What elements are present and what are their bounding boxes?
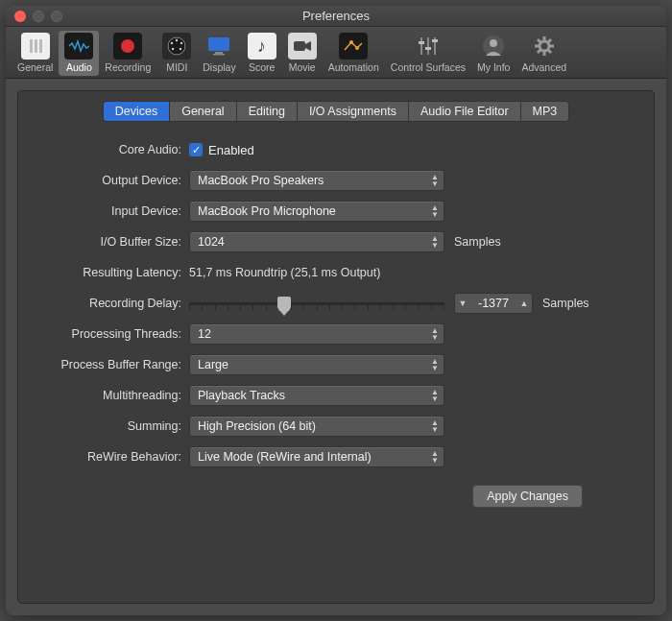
- svg-marker-15: [305, 41, 311, 51]
- svg-line-31: [538, 39, 540, 42]
- preferences-toolbar: General Audio Recording MIDI Display: [6, 27, 666, 79]
- select-value: High Precision (64 bit): [198, 419, 316, 433]
- tab-mp3[interactable]: MP3: [520, 101, 570, 122]
- select-value: MacBook Pro Speakers: [198, 174, 324, 187]
- subtabs: Devices General Editing I/O Assignments …: [32, 101, 640, 122]
- toolbar-control-surfaces[interactable]: Control Surfaces: [385, 31, 471, 76]
- processing-threads-label: Processing Threads:: [32, 327, 189, 341]
- tab-audio-file-editor[interactable]: Audio File Editor: [408, 101, 520, 122]
- toolbar-score[interactable]: ♪ Score: [242, 31, 282, 76]
- tab-general[interactable]: General: [169, 101, 235, 122]
- devices-panel: Devices General Editing I/O Assignments …: [17, 90, 655, 604]
- toolbar-my-info[interactable]: My Info: [471, 31, 516, 76]
- input-device-select[interactable]: MacBook Pro Microphone ▲▼: [189, 201, 444, 222]
- recording-delay-stepper[interactable]: ▼ -1377 ▲: [454, 293, 533, 314]
- recording-delay-slider[interactable]: [189, 294, 444, 313]
- display-icon: [204, 33, 233, 60]
- process-buffer-range-select[interactable]: Large ▲▼: [189, 354, 444, 375]
- chevron-updown-icon: ▲▼: [431, 358, 439, 371]
- record-icon: [113, 33, 142, 60]
- recording-delay-label: Recording Delay:: [32, 297, 189, 310]
- svg-point-7: [180, 42, 182, 44]
- summing-label: Summing:: [32, 419, 189, 433]
- process-buffer-range-label: Process Buffer Range:: [32, 358, 189, 371]
- rewire-label: ReWire Behavior:: [32, 450, 189, 464]
- slider-thumb[interactable]: [277, 297, 291, 312]
- latency-label: Resulting Latency:: [32, 266, 189, 279]
- content-area: Devices General Editing I/O Assignments …: [6, 79, 666, 615]
- io-buffer-label: I/O Buffer Size:: [32, 235, 189, 249]
- select-value: 12: [198, 327, 211, 341]
- tab-editing[interactable]: Editing: [236, 101, 297, 122]
- core-audio-checkbox[interactable]: ✓ Enabled: [189, 143, 254, 157]
- apply-changes-button[interactable]: Apply Changes: [472, 485, 583, 508]
- multithreading-select[interactable]: Playback Tracks ▲▼: [189, 385, 444, 406]
- toolbar-recording[interactable]: Recording: [99, 31, 156, 76]
- svg-rect-11: [215, 52, 223, 54]
- chevron-updown-icon: ▲▼: [431, 174, 439, 187]
- person-icon: [479, 33, 508, 60]
- faders-icon: [414, 33, 443, 60]
- select-value: Large: [198, 358, 228, 371]
- output-device-select[interactable]: MacBook Pro Speakers ▲▼: [189, 170, 444, 191]
- svg-point-17: [355, 46, 359, 50]
- stepper-up-icon[interactable]: ▲: [516, 299, 532, 308]
- chevron-updown-icon: ▲▼: [431, 204, 439, 218]
- summing-select[interactable]: High Precision (64 bit) ▲▼: [189, 416, 444, 437]
- midi-icon: [162, 33, 191, 60]
- titlebar: Preferences: [6, 6, 666, 27]
- toolbar-label: Display: [203, 61, 235, 73]
- select-value: MacBook Pro Microphone: [198, 204, 336, 218]
- toolbar-movie[interactable]: Movie: [282, 31, 323, 76]
- svg-point-9: [180, 48, 181, 50]
- toolbar-midi[interactable]: MIDI: [156, 31, 197, 76]
- latency-value: 51,7 ms Roundtrip (25,1 ms Output): [189, 266, 380, 279]
- tab-devices[interactable]: Devices: [103, 101, 169, 122]
- toolbar-label: Control Surfaces: [391, 61, 466, 73]
- window-title: Preferences: [6, 9, 666, 23]
- toolbar-display[interactable]: Display: [197, 31, 241, 76]
- svg-point-5: [176, 39, 178, 41]
- svg-rect-21: [419, 41, 424, 44]
- multithreading-label: Multithreading:: [32, 389, 189, 402]
- toolbar-automation[interactable]: Automation: [323, 31, 385, 76]
- check-icon: ✓: [189, 143, 203, 156]
- svg-rect-0: [30, 39, 33, 53]
- chevron-updown-icon: ▲▼: [431, 419, 439, 433]
- rewire-select[interactable]: Live Mode (ReWire and Internal) ▲▼: [189, 446, 444, 467]
- svg-rect-10: [208, 37, 229, 51]
- preferences-window: Preferences General Audio Recording MIDI: [6, 6, 666, 615]
- svg-rect-1: [35, 39, 37, 53]
- tab-io-assignments[interactable]: I/O Assignments: [297, 101, 408, 122]
- toolbar-audio[interactable]: Audio: [59, 31, 99, 76]
- toolbar-advanced[interactable]: Advanced: [516, 31, 572, 76]
- samples-unit: Samples: [542, 297, 589, 310]
- chevron-updown-icon: ▲▼: [431, 389, 439, 402]
- gear-icon: [530, 33, 559, 60]
- toolbar-label: My Info: [477, 61, 510, 73]
- svg-rect-22: [425, 47, 431, 50]
- automation-icon: [339, 33, 368, 60]
- svg-point-3: [121, 39, 134, 53]
- svg-rect-18: [420, 37, 422, 55]
- select-value: 1024: [198, 235, 225, 249]
- select-value: Playback Tracks: [198, 389, 285, 402]
- input-device-label: Input Device:: [32, 204, 189, 218]
- svg-text:♪: ♪: [257, 36, 266, 56]
- processing-threads-select[interactable]: 12 ▲▼: [189, 323, 444, 345]
- svg-line-32: [548, 50, 551, 53]
- stepper-down-icon[interactable]: ▼: [455, 299, 470, 308]
- enabled-text: Enabled: [208, 143, 254, 157]
- slider-ticks: [189, 298, 444, 311]
- svg-point-25: [490, 39, 497, 47]
- toolbar-label: Recording: [105, 61, 151, 73]
- stepper-value: -1377: [470, 297, 516, 310]
- toolbar-label: Movie: [289, 61, 316, 73]
- io-buffer-select[interactable]: 1024 ▲▼: [189, 231, 444, 252]
- chevron-updown-icon: ▲▼: [431, 235, 439, 249]
- sliders-icon: [21, 33, 50, 60]
- svg-rect-2: [39, 39, 42, 53]
- chevron-updown-icon: ▲▼: [431, 450, 439, 464]
- svg-point-26: [540, 41, 549, 51]
- toolbar-general[interactable]: General: [12, 31, 59, 76]
